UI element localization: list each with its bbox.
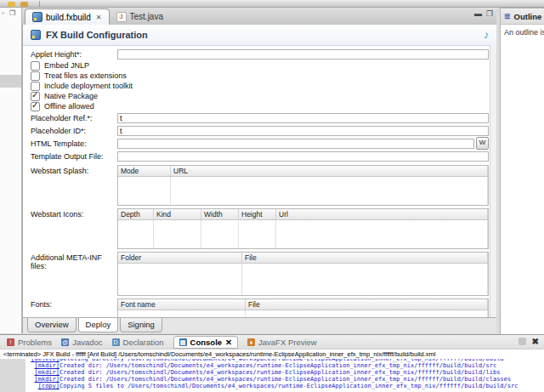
fxbuild-file-icon <box>31 30 41 40</box>
console-left-gutter <box>0 359 26 392</box>
form-table-row: Fonts:Font nameFile <box>31 298 489 318</box>
checkbox-offline-allowed[interactable] <box>31 102 40 111</box>
view-tab-label: Declaration <box>123 338 164 347</box>
outline-view: ≣ Outline ✕ An outline is n <box>500 8 544 335</box>
editor-area: build.fxbuild✕JTest.java ▬ ❐ FX Build Co… <box>22 8 496 333</box>
column-header[interactable]: Mode <box>118 166 171 177</box>
collapsed-left-view[interactable]: ▫ ❐ <box>0 8 22 333</box>
outline-tab[interactable]: ≣ Outline ✕ <box>501 9 544 25</box>
field-label: Applet Height*: <box>31 50 117 59</box>
field-label: Placeholder ID*: <box>31 127 117 135</box>
empty-cell <box>171 177 488 205</box>
table-label: Webstart Icons: <box>31 208 117 249</box>
column-header[interactable]: Folder <box>118 253 242 264</box>
view-tab-declaration[interactable]: DDeclaration <box>112 338 164 347</box>
view-tab-label: Console <box>190 338 222 347</box>
table-webstart-icons-[interactable]: DepthKindWidthHeightUrl <box>117 208 489 249</box>
editor-tab-Test.java[interactable]: JTest.java <box>110 9 170 25</box>
ant-task-link[interactable]: [mkdir] <box>27 362 60 369</box>
form-field-row: Template Output File: <box>31 150 489 162</box>
column-header[interactable]: URL <box>171 166 488 177</box>
checkbox-treat-files-as-extensions[interactable] <box>31 71 40 81</box>
form-table-row: Webstart Icons:DepthKindWidthHeightUrl <box>31 208 489 249</box>
close-icon[interactable]: ✕ <box>96 14 102 21</box>
view-tab-javadoc[interactable]: @Javadoc <box>61 338 102 347</box>
empty-cell <box>154 220 201 248</box>
checkbox-row: Native Package <box>31 91 489 101</box>
checkbox-embed-jnlp[interactable] <box>31 61 40 71</box>
editor-window-buttons: ▬ ❐ <box>474 10 493 18</box>
maximize-icon[interactable]: ❐ <box>486 10 493 18</box>
page-tab-deploy[interactable]: Deploy <box>78 318 119 332</box>
view-tab-console[interactable]: ▤Console ✕ <box>173 336 238 349</box>
table-label: Fonts: <box>31 298 117 318</box>
editor-vertical-scrollbar[interactable] <box>490 45 496 333</box>
table-additional-meta-inf-files-[interactable]: FolderFile <box>117 252 489 296</box>
console-output: [delete] Deleting directory /Users/tomsc… <box>0 359 544 392</box>
field-label: Placeholder Ref.*: <box>31 114 117 122</box>
view-window-buttons[interactable]: ▫ ❐ <box>2 9 17 17</box>
editor-page-tabs: OverviewDeploySigning <box>23 317 496 333</box>
form-field-row: Placeholder Ref.*: <box>31 111 489 124</box>
checkbox-label: Embed JNLP <box>44 61 89 70</box>
field-input-placeholder-id-[interactable] <box>117 126 489 136</box>
field-input-applet-height-[interactable] <box>117 49 489 60</box>
java-file-icon: J <box>116 12 127 22</box>
column-header[interactable]: Width <box>201 209 239 220</box>
column-header[interactable]: Url <box>276 209 488 220</box>
javadoc-icon: @ <box>61 338 69 346</box>
pin-console-icon[interactable] <box>518 338 526 345</box>
form-table-row: Additional META-INF files:FolderFile <box>31 252 489 296</box>
ant-task-link[interactable]: [mkdir] <box>27 369 60 376</box>
toolbar-icon[interactable] <box>20 2 28 7</box>
checkbox-row: Include deployment toolkit <box>31 81 489 91</box>
field-label: Template Output File: <box>31 152 117 161</box>
javafx-preview-icon: ♦ <box>247 338 255 346</box>
column-header[interactable]: Font name <box>118 299 246 310</box>
console-line-text: Created dir: /Users/tomschindl/Documents… <box>60 376 511 383</box>
column-header[interactable]: Depth <box>118 209 154 220</box>
table-fonts-[interactable]: Font nameFile <box>117 298 489 318</box>
toolbar-icon[interactable] <box>8 2 15 7</box>
checkbox-label: Native Package <box>44 92 98 100</box>
checkbox-label: Offline allowed <box>44 102 94 111</box>
ant-task-link[interactable]: [copy] <box>27 383 60 389</box>
form-header: FX Build Configuration ♪ <box>23 25 496 46</box>
column-header[interactable]: File <box>242 253 488 264</box>
column-header[interactable]: File <box>246 299 488 310</box>
console-view: !Problems@JavadocDDeclaration▤Console ✕♦… <box>0 334 544 392</box>
column-header[interactable]: Kind <box>154 209 201 220</box>
ant-task-link[interactable]: [mkdir] <box>27 376 60 383</box>
close-icon[interactable]: ✕ <box>225 338 232 347</box>
outline-message: An outline is n <box>501 25 544 40</box>
outline-icon: ≣ <box>504 12 511 20</box>
checkbox-row: Treat files as extensions <box>31 71 489 81</box>
form-title: FX Build Configuration <box>46 30 148 40</box>
table-webstart-splash-[interactable]: ModeURL <box>117 165 489 206</box>
view-tab-javafx-preview[interactable]: ♦JavaFX Preview <box>247 338 317 347</box>
console-icon: ▤ <box>179 338 187 346</box>
view-tab-problems[interactable]: !Problems <box>7 338 52 347</box>
editor-tab-build.fxbuild[interactable]: build.fxbuild✕ <box>25 9 110 25</box>
page-tab-signing[interactable]: Signing <box>120 318 162 332</box>
minimize-icon[interactable]: ▬ <box>474 10 482 18</box>
checkbox-label: Treat files as extensions <box>44 71 127 80</box>
javafx-note-icon[interactable]: ♪ <box>484 29 489 41</box>
workspace-button[interactable]: W <box>476 137 489 150</box>
console-lines[interactable]: [delete] Deleting directory /Users/tomsc… <box>26 359 544 392</box>
editor-tab-label: build.fxbuild <box>46 13 91 22</box>
console-line: [mkdir] Created dir: /Users/tomschindl/D… <box>27 376 544 383</box>
page-tab-overview[interactable]: Overview <box>27 318 76 332</box>
empty-cell <box>239 220 276 248</box>
fxbuild-file-icon <box>32 12 42 22</box>
editor-tab-label: Test.java <box>130 12 163 21</box>
outline-tab-label: Outline <box>514 12 542 21</box>
field-input-html-template-[interactable] <box>117 139 474 149</box>
remove-terminated-launches-icon[interactable]: ✖ <box>532 338 539 345</box>
field-input-template-output-file-[interactable] <box>117 151 489 162</box>
toolbar-separator <box>39 1 40 7</box>
column-header[interactable]: Height <box>239 209 276 220</box>
declaration-icon: D <box>112 338 120 346</box>
collapsed-view-thumb[interactable] <box>0 75 21 88</box>
field-input-placeholder-ref-[interactable] <box>117 113 489 123</box>
